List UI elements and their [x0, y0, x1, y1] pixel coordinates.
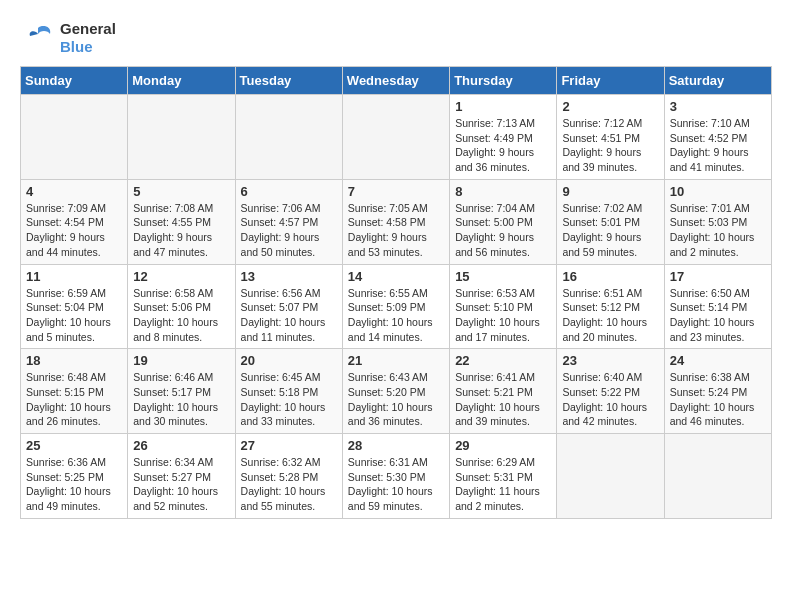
- day-cell: 9Sunrise: 7:02 AMSunset: 5:01 PMDaylight…: [557, 179, 664, 264]
- day-info: Sunrise: 6:55 AMSunset: 5:09 PMDaylight:…: [348, 286, 444, 345]
- day-cell: 4Sunrise: 7:09 AMSunset: 4:54 PMDaylight…: [21, 179, 128, 264]
- weekday-header-monday: Monday: [128, 67, 235, 95]
- day-info: Sunrise: 6:43 AMSunset: 5:20 PMDaylight:…: [348, 370, 444, 429]
- day-cell: 6Sunrise: 7:06 AMSunset: 4:57 PMDaylight…: [235, 179, 342, 264]
- day-info: Sunrise: 6:34 AMSunset: 5:27 PMDaylight:…: [133, 455, 229, 514]
- day-number: 12: [133, 269, 229, 284]
- day-number: 24: [670, 353, 766, 368]
- day-number: 11: [26, 269, 122, 284]
- day-number: 21: [348, 353, 444, 368]
- day-number: 13: [241, 269, 337, 284]
- weekday-header-wednesday: Wednesday: [342, 67, 449, 95]
- day-info: Sunrise: 6:56 AMSunset: 5:07 PMDaylight:…: [241, 286, 337, 345]
- day-cell: [557, 434, 664, 519]
- day-info: Sunrise: 6:50 AMSunset: 5:14 PMDaylight:…: [670, 286, 766, 345]
- day-number: 27: [241, 438, 337, 453]
- day-cell: 7Sunrise: 7:05 AMSunset: 4:58 PMDaylight…: [342, 179, 449, 264]
- day-cell: 8Sunrise: 7:04 AMSunset: 5:00 PMDaylight…: [450, 179, 557, 264]
- day-number: 23: [562, 353, 658, 368]
- day-number: 10: [670, 184, 766, 199]
- day-info: Sunrise: 6:53 AMSunset: 5:10 PMDaylight:…: [455, 286, 551, 345]
- week-row-4: 25Sunrise: 6:36 AMSunset: 5:25 PMDayligh…: [21, 434, 772, 519]
- day-info: Sunrise: 7:04 AMSunset: 5:00 PMDaylight:…: [455, 201, 551, 260]
- day-cell: 28Sunrise: 6:31 AMSunset: 5:30 PMDayligh…: [342, 434, 449, 519]
- day-number: 18: [26, 353, 122, 368]
- day-cell: [235, 95, 342, 180]
- day-info: Sunrise: 6:38 AMSunset: 5:24 PMDaylight:…: [670, 370, 766, 429]
- day-cell: 26Sunrise: 6:34 AMSunset: 5:27 PMDayligh…: [128, 434, 235, 519]
- day-info: Sunrise: 7:10 AMSunset: 4:52 PMDaylight:…: [670, 116, 766, 175]
- day-cell: 14Sunrise: 6:55 AMSunset: 5:09 PMDayligh…: [342, 264, 449, 349]
- day-cell: 11Sunrise: 6:59 AMSunset: 5:04 PMDayligh…: [21, 264, 128, 349]
- day-info: Sunrise: 6:32 AMSunset: 5:28 PMDaylight:…: [241, 455, 337, 514]
- week-row-1: 4Sunrise: 7:09 AMSunset: 4:54 PMDaylight…: [21, 179, 772, 264]
- day-info: Sunrise: 6:51 AMSunset: 5:12 PMDaylight:…: [562, 286, 658, 345]
- day-cell: 12Sunrise: 6:58 AMSunset: 5:06 PMDayligh…: [128, 264, 235, 349]
- day-info: Sunrise: 7:08 AMSunset: 4:55 PMDaylight:…: [133, 201, 229, 260]
- calendar-table: SundayMondayTuesdayWednesdayThursdayFrid…: [20, 66, 772, 519]
- day-info: Sunrise: 7:06 AMSunset: 4:57 PMDaylight:…: [241, 201, 337, 260]
- day-cell: 22Sunrise: 6:41 AMSunset: 5:21 PMDayligh…: [450, 349, 557, 434]
- day-number: 22: [455, 353, 551, 368]
- day-cell: 18Sunrise: 6:48 AMSunset: 5:15 PMDayligh…: [21, 349, 128, 434]
- weekday-header-sunday: Sunday: [21, 67, 128, 95]
- weekday-header-thursday: Thursday: [450, 67, 557, 95]
- day-number: 2: [562, 99, 658, 114]
- day-cell: 16Sunrise: 6:51 AMSunset: 5:12 PMDayligh…: [557, 264, 664, 349]
- day-number: 6: [241, 184, 337, 199]
- day-info: Sunrise: 6:36 AMSunset: 5:25 PMDaylight:…: [26, 455, 122, 514]
- day-cell: 24Sunrise: 6:38 AMSunset: 5:24 PMDayligh…: [664, 349, 771, 434]
- week-row-2: 11Sunrise: 6:59 AMSunset: 5:04 PMDayligh…: [21, 264, 772, 349]
- day-cell: 23Sunrise: 6:40 AMSunset: 5:22 PMDayligh…: [557, 349, 664, 434]
- day-info: Sunrise: 6:59 AMSunset: 5:04 PMDaylight:…: [26, 286, 122, 345]
- day-cell: 3Sunrise: 7:10 AMSunset: 4:52 PMDaylight…: [664, 95, 771, 180]
- day-number: 3: [670, 99, 766, 114]
- day-number: 28: [348, 438, 444, 453]
- day-cell: 13Sunrise: 6:56 AMSunset: 5:07 PMDayligh…: [235, 264, 342, 349]
- day-number: 29: [455, 438, 551, 453]
- day-cell: 1Sunrise: 7:13 AMSunset: 4:49 PMDaylight…: [450, 95, 557, 180]
- day-info: Sunrise: 6:48 AMSunset: 5:15 PMDaylight:…: [26, 370, 122, 429]
- day-number: 14: [348, 269, 444, 284]
- day-info: Sunrise: 6:58 AMSunset: 5:06 PMDaylight:…: [133, 286, 229, 345]
- day-number: 19: [133, 353, 229, 368]
- day-cell: 2Sunrise: 7:12 AMSunset: 4:51 PMDaylight…: [557, 95, 664, 180]
- day-info: Sunrise: 7:02 AMSunset: 5:01 PMDaylight:…: [562, 201, 658, 260]
- day-cell: [21, 95, 128, 180]
- weekday-header-tuesday: Tuesday: [235, 67, 342, 95]
- day-number: 1: [455, 99, 551, 114]
- day-number: 8: [455, 184, 551, 199]
- day-number: 17: [670, 269, 766, 284]
- day-cell: [342, 95, 449, 180]
- day-cell: 25Sunrise: 6:36 AMSunset: 5:25 PMDayligh…: [21, 434, 128, 519]
- day-number: 4: [26, 184, 122, 199]
- logo: General Blue: [20, 20, 116, 56]
- day-number: 9: [562, 184, 658, 199]
- day-cell: 17Sunrise: 6:50 AMSunset: 5:14 PMDayligh…: [664, 264, 771, 349]
- day-info: Sunrise: 7:09 AMSunset: 4:54 PMDaylight:…: [26, 201, 122, 260]
- day-cell: 10Sunrise: 7:01 AMSunset: 5:03 PMDayligh…: [664, 179, 771, 264]
- day-number: 25: [26, 438, 122, 453]
- day-info: Sunrise: 6:46 AMSunset: 5:17 PMDaylight:…: [133, 370, 229, 429]
- day-cell: [128, 95, 235, 180]
- day-cell: 15Sunrise: 6:53 AMSunset: 5:10 PMDayligh…: [450, 264, 557, 349]
- day-cell: 20Sunrise: 6:45 AMSunset: 5:18 PMDayligh…: [235, 349, 342, 434]
- weekday-header-row: SundayMondayTuesdayWednesdayThursdayFrid…: [21, 67, 772, 95]
- day-cell: 21Sunrise: 6:43 AMSunset: 5:20 PMDayligh…: [342, 349, 449, 434]
- day-cell: 5Sunrise: 7:08 AMSunset: 4:55 PMDaylight…: [128, 179, 235, 264]
- day-info: Sunrise: 7:12 AMSunset: 4:51 PMDaylight:…: [562, 116, 658, 175]
- day-info: Sunrise: 7:13 AMSunset: 4:49 PMDaylight:…: [455, 116, 551, 175]
- day-info: Sunrise: 7:01 AMSunset: 5:03 PMDaylight:…: [670, 201, 766, 260]
- day-cell: 29Sunrise: 6:29 AMSunset: 5:31 PMDayligh…: [450, 434, 557, 519]
- day-info: Sunrise: 6:45 AMSunset: 5:18 PMDaylight:…: [241, 370, 337, 429]
- day-number: 16: [562, 269, 658, 284]
- day-number: 5: [133, 184, 229, 199]
- week-row-3: 18Sunrise: 6:48 AMSunset: 5:15 PMDayligh…: [21, 349, 772, 434]
- day-info: Sunrise: 6:41 AMSunset: 5:21 PMDaylight:…: [455, 370, 551, 429]
- day-cell: 19Sunrise: 6:46 AMSunset: 5:17 PMDayligh…: [128, 349, 235, 434]
- day-number: 20: [241, 353, 337, 368]
- day-info: Sunrise: 6:31 AMSunset: 5:30 PMDaylight:…: [348, 455, 444, 514]
- day-info: Sunrise: 7:05 AMSunset: 4:58 PMDaylight:…: [348, 201, 444, 260]
- day-info: Sunrise: 6:40 AMSunset: 5:22 PMDaylight:…: [562, 370, 658, 429]
- day-number: 15: [455, 269, 551, 284]
